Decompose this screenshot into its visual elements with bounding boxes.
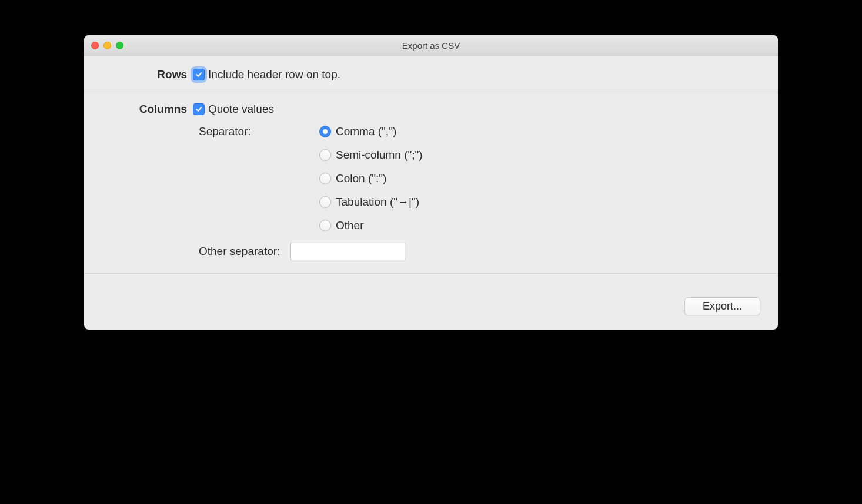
export-csv-window: Export as CSV Rows Include header row on… [84, 35, 778, 330]
radio-icon [319, 220, 331, 231]
columns-label: Columns [102, 103, 193, 116]
radio-icon [319, 126, 331, 137]
rows-section: Rows Include header row on top. [84, 56, 778, 92]
close-icon[interactable] [91, 42, 99, 49]
window-title: Export as CSV [402, 41, 460, 51]
separator-option-other[interactable]: Other [319, 219, 423, 232]
radio-icon [319, 173, 331, 184]
footer: Export... [84, 274, 778, 330]
quote-values-checkbox[interactable] [193, 103, 205, 115]
separator-option-tabulation[interactable]: Tabulation ("→|") [319, 196, 423, 209]
quote-values-label: Quote values [208, 103, 274, 116]
radio-icon [319, 149, 331, 161]
include-header-label: Include header row on top. [208, 68, 340, 81]
checkmark-icon [195, 105, 203, 113]
traffic-lights [84, 42, 123, 49]
radio-label: Colon (":") [336, 172, 386, 185]
content: Rows Include header row on top. Columns … [84, 56, 778, 330]
separator-radio-group: Comma (",") Semi-column (";") Colon (":"… [319, 125, 423, 232]
radio-label: Semi-column (";") [336, 149, 423, 162]
minimize-icon[interactable] [103, 42, 111, 49]
other-separator-label: Other separator: [199, 245, 280, 258]
separator-option-comma[interactable]: Comma (",") [319, 125, 423, 138]
titlebar: Export as CSV [84, 35, 778, 56]
export-button[interactable]: Export... [684, 297, 760, 315]
columns-section: Columns Quote values Separator: Comma ("… [84, 92, 778, 274]
separator-label: Separator: [102, 125, 319, 138]
checkmark-icon [195, 70, 203, 79]
radio-label: Other [336, 219, 364, 232]
radio-label: Comma (",") [336, 125, 396, 138]
separator-option-semicolon[interactable]: Semi-column (";") [319, 149, 423, 162]
maximize-icon[interactable] [116, 42, 123, 49]
radio-label: Tabulation ("→|") [336, 196, 419, 209]
include-header-checkbox[interactable] [193, 69, 205, 80]
other-separator-input[interactable] [290, 243, 405, 260]
rows-label: Rows [102, 68, 193, 81]
radio-icon [319, 196, 331, 208]
separator-option-colon[interactable]: Colon (":") [319, 172, 423, 185]
